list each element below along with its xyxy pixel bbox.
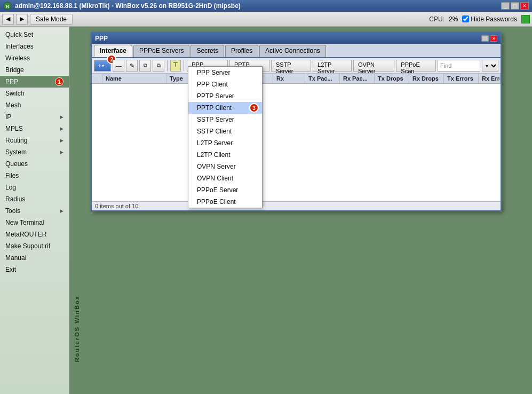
sidebar-label-interfaces: Interfaces: [5, 43, 34, 50]
sidebar-item-files[interactable]: Files: [0, 170, 69, 182]
sidebar-item-queues[interactable]: Queues: [0, 158, 69, 170]
ppp-close-button[interactable]: ✕: [490, 35, 497, 42]
sidebar-item-metarouter[interactable]: MetaROUTER: [0, 228, 69, 240]
sstp-server-button[interactable]: SSTP Server: [271, 60, 311, 72]
dropdown-item-sstp-server[interactable]: SSTP Server: [188, 114, 262, 125]
sidebar-label-exit: Exit: [5, 266, 16, 273]
routeros-label: RouterOS WinBox: [74, 295, 80, 362]
sidebar-item-make-supout[interactable]: Make Supout.rif: [0, 240, 69, 252]
th-rx: Rx: [273, 74, 305, 83]
dropdown-item-ppp-client[interactable]: PPP Client: [188, 78, 262, 90]
find-input[interactable]: [438, 60, 480, 72]
title-bar: R admin@192.168.88.1 (MikroTik) - WinBox…: [0, 0, 532, 12]
remove-button[interactable]: —: [113, 60, 124, 72]
cpu-value: 2%: [449, 15, 458, 23]
toolbar-separator-1: [167, 60, 168, 71]
sidebar-label-ppp: PPP: [5, 78, 18, 85]
paste-button[interactable]: ⧉: [153, 60, 164, 72]
sidebar-item-system[interactable]: System ▶: [0, 146, 69, 158]
window-title: admin@192.168.88.1 (MikroTik) - WinBox v…: [15, 2, 241, 10]
forward-button[interactable]: ▶: [16, 14, 28, 25]
title-bar-left: R admin@192.168.88.1 (MikroTik) - WinBox…: [3, 2, 241, 10]
ppp-window: PPP □ ✕ Interface PPPoE Servers Secrets …: [91, 32, 502, 211]
svg-text:R: R: [6, 4, 10, 9]
sidebar: Quick Set Interfaces Wireless Bridge PPP…: [0, 27, 69, 394]
tab-secrets[interactable]: Secrets: [190, 45, 224, 57]
sidebar-item-interfaces[interactable]: Interfaces: [0, 41, 69, 52]
pptp-client-label: PPTP Client: [197, 104, 232, 112]
sidebar-item-new-terminal[interactable]: New Terminal: [0, 217, 69, 228]
routeros-text: RouterOS WinBox: [74, 295, 80, 362]
sidebar-label-make-supout: Make Supout.rif: [5, 242, 50, 250]
dropdown-item-l2tp-client[interactable]: L2TP Client: [188, 149, 262, 161]
sidebar-label-mesh: Mesh: [5, 101, 21, 109]
sidebar-label-metarouter: MetaROUTER: [5, 231, 46, 238]
sidebar-label-switch: Switch: [5, 90, 24, 97]
sidebar-label-radius: Radius: [5, 195, 25, 203]
l2tp-server-button[interactable]: L2TP Server: [313, 60, 352, 72]
sidebar-item-radius[interactable]: Radius: [0, 193, 69, 205]
dropdown-item-pptp-server[interactable]: PPTP Server: [188, 90, 262, 102]
ppp-window-buttons: □ ✕: [481, 35, 497, 42]
back-button[interactable]: ◀: [2, 14, 14, 25]
find-dropdown[interactable]: ▾: [482, 60, 498, 72]
sidebar-item-mpls[interactable]: MPLS ▶: [0, 123, 69, 135]
sidebar-item-routing[interactable]: Routing ▶: [0, 135, 69, 146]
add-icon: +: [98, 62, 101, 69]
dropdown-item-pptp-client[interactable]: PPTP Client 3: [188, 102, 262, 114]
badge-3: 3: [249, 103, 259, 113]
hide-passwords-toggle[interactable]: Hide Passwords: [462, 15, 517, 23]
sidebar-item-ppp[interactable]: PPP 1: [0, 76, 69, 88]
sidebar-label-manual: Manual: [5, 254, 26, 262]
dropdown-item-ovpn-client[interactable]: OVPN Client: [188, 172, 262, 184]
dropdown-item-sstp-client[interactable]: SSTP Client: [188, 125, 262, 137]
minimize-button[interactable]: _: [501, 2, 510, 10]
content-area: PPP □ ✕ Interface PPPoE Servers Secrets …: [69, 27, 532, 394]
add-dropdown-arrow: ▾: [102, 64, 104, 68]
sidebar-item-tools[interactable]: Tools ▶: [0, 205, 69, 217]
sidebar-item-bridge[interactable]: Bridge: [0, 64, 69, 76]
sidebar-item-switch[interactable]: Switch: [0, 88, 69, 99]
table-area: [92, 84, 501, 201]
ppp-window-title: PPP: [95, 35, 108, 42]
dropdown-item-pppoe-server[interactable]: PPPoE Server: [188, 184, 262, 196]
sidebar-item-quickset[interactable]: Quick Set: [0, 29, 69, 41]
sidebar-item-mesh[interactable]: Mesh: [0, 99, 69, 111]
tab-profiles[interactable]: Profiles: [225, 45, 258, 57]
sidebar-item-exit[interactable]: Exit: [0, 264, 69, 275]
app-icon: R: [3, 2, 12, 10]
edit-button[interactable]: ✎: [126, 60, 138, 72]
sidebar-item-wireless[interactable]: Wireless: [0, 52, 69, 64]
sidebar-label-files: Files: [5, 172, 19, 179]
ppp-tabs-bar: Interface PPPoE Servers Secrets Profiles…: [92, 44, 501, 58]
sidebar-label-new-terminal: New Terminal: [5, 219, 44, 226]
dropdown-item-l2tp-server[interactable]: L2TP Server: [188, 137, 262, 149]
sidebar-label-system: System: [5, 148, 27, 156]
sidebar-label-ip: IP: [5, 113, 11, 121]
pppoe-scan-button[interactable]: PPPoE Scan: [396, 60, 436, 72]
sidebar-item-ip[interactable]: IP ▶: [0, 111, 69, 123]
add-dropdown-menu: PPP Server PPP Client PPTP Server PPTP C…: [188, 66, 263, 208]
safe-mode-button[interactable]: Safe Mode: [30, 14, 73, 25]
main-layout: Quick Set Interfaces Wireless Bridge PPP…: [0, 27, 532, 394]
sidebar-item-log[interactable]: Log: [0, 182, 69, 193]
maximize-button[interactable]: □: [511, 2, 519, 10]
hide-passwords-checkbox[interactable]: [462, 15, 469, 22]
sidebar-label-routing: Routing: [5, 137, 27, 144]
th-rx-pac: Rx Pac...: [340, 74, 375, 83]
tab-pppoe-servers[interactable]: PPPoE Servers: [133, 45, 189, 57]
sidebar-label-tools: Tools: [5, 207, 20, 215]
th-rx-errors: Rx Errors: [479, 74, 501, 83]
ovpn-server-button[interactable]: OVPN Server: [353, 60, 394, 72]
tab-active-connections[interactable]: Active Connections: [259, 45, 326, 57]
copy-button[interactable]: ⧉: [139, 60, 151, 72]
system-arrow-icon: ▶: [60, 149, 63, 155]
dropdown-item-pppoe-client[interactable]: PPPoE Client: [188, 196, 262, 208]
dropdown-item-ppp-server[interactable]: PPP Server: [188, 67, 262, 78]
filter-button[interactable]: ⊤: [170, 60, 181, 72]
dropdown-item-ovpn-server[interactable]: OVPN Server: [188, 161, 262, 172]
ppp-maximize-button[interactable]: □: [481, 35, 489, 42]
sidebar-item-manual[interactable]: Manual: [0, 252, 69, 264]
add-button-container: + ▾ 2: [94, 60, 111, 72]
close-button[interactable]: ✕: [520, 2, 529, 10]
